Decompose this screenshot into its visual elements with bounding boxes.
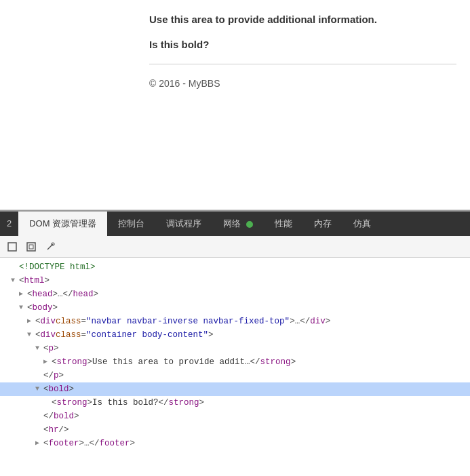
dom-line-footer[interactable]: ▶ <footer>…</footer> [0,437,470,450]
preview-copyright: © 2016 - MyBBS [149,78,456,89]
inspect-icon[interactable] [43,240,57,254]
preview-area: Use this area to provide additional info… [0,0,470,210]
dom-line-container[interactable]: ▼ <div class="container body-content"> [0,328,470,342]
devtools-toolbar [0,236,470,258]
preview-divider [149,64,456,64]
dom-line-p-close[interactable]: </p> [0,369,470,382]
box-model-icon[interactable] [24,240,38,254]
devtools-panel: 2 DOM 资源管理器 控制台 调试程序 网络 性能 内存 仿真 [0,210,470,476]
tab-dom[interactable]: DOM 资源管理器 [18,212,107,236]
tab-console[interactable]: 控制台 [107,212,155,236]
svg-rect-1 [27,243,35,251]
svg-rect-2 [29,245,33,249]
tab-network[interactable]: 网络 [212,212,264,236]
dom-tree: <!DOCTYPE html> ▼ <html> ▶ <head>…</head… [0,258,470,476]
network-dot-icon [246,221,253,228]
tab-debugger[interactable]: 调试程序 [155,212,212,236]
dom-line-doctype[interactable]: <!DOCTYPE html> [0,260,470,274]
tab-performance[interactable]: 性能 [264,212,303,236]
devtools-tab-number: 2 [0,212,18,236]
dom-line-hr[interactable]: <hr /> [0,423,470,437]
devtools-tab-bar: 2 DOM 资源管理器 控制台 调试程序 网络 性能 内存 仿真 [0,212,470,236]
dom-line-strong1[interactable]: ▶ <strong>Use this area to provide addit… [0,355,470,369]
dom-line-strong2[interactable]: <strong>Is this bold?</strong> [0,396,470,410]
preview-paragraph: Use this area to provide additional info… [149,14,456,25]
dom-line-navbar[interactable]: ▶ <div class="navbar navbar-inverse navb… [0,315,470,328]
select-element-icon[interactable] [5,240,19,254]
tab-emulation[interactable]: 仿真 [342,212,382,236]
dom-line-body[interactable]: ▼ <body> [0,301,470,315]
dom-line-bold-close[interactable]: </bold> [0,410,470,423]
dom-line-p[interactable]: ▼ <p> [0,342,470,355]
preview-strong-text: Use this area to provide additional info… [149,14,377,25]
tab-memory[interactable]: 内存 [303,212,342,236]
preview-bold-question: Is this bold? [149,39,456,50]
dom-line-bold[interactable]: ▼ <bold> [0,382,470,396]
dom-line-html[interactable]: ▼ <html> [0,274,470,287]
dom-line-head[interactable]: ▶ <head>…</head> [0,287,470,301]
svg-rect-0 [8,243,16,251]
